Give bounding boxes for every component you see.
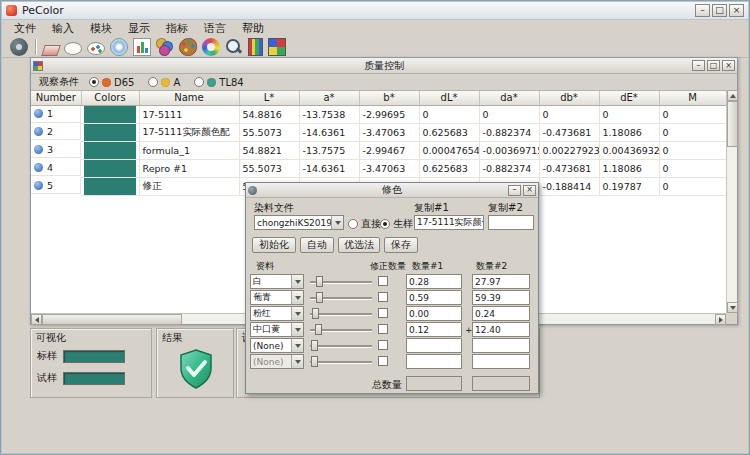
auto-button[interactable]: 自动 xyxy=(300,237,334,253)
radio-d65[interactable] xyxy=(89,77,99,87)
chevron-down-icon[interactable] xyxy=(291,307,303,320)
qty2-field[interactable]: 12.40 xyxy=(472,322,530,337)
radio-direct[interactable] xyxy=(348,219,358,229)
optimize-button[interactable]: 优选法 xyxy=(338,237,380,253)
fix-checkbox[interactable] xyxy=(378,356,388,366)
eraser-icon[interactable] xyxy=(41,45,61,56)
dye-select[interactable]: 中口黄 xyxy=(250,322,304,337)
menu-input[interactable]: 输入 xyxy=(44,20,82,37)
col-a[interactable]: a* xyxy=(299,91,359,105)
radio-sample[interactable] xyxy=(380,219,390,229)
ellipse-dots-icon[interactable] xyxy=(87,42,105,55)
chevron-down-icon[interactable] xyxy=(291,323,303,336)
qty2-field[interactable]: 27.97 xyxy=(472,274,530,289)
illuminant-option-d65[interactable]: D65 xyxy=(89,77,134,88)
copy1-field[interactable]: 17-5111实际颜色 xyxy=(414,215,484,230)
mode-direct-option[interactable]: 直接 xyxy=(348,217,381,231)
col-M[interactable]: M xyxy=(659,91,726,105)
col-colors[interactable]: Colors xyxy=(81,91,139,105)
radio-tl84[interactable] xyxy=(194,77,204,87)
mode-sample-option[interactable]: 生样 xyxy=(380,217,413,231)
col-name[interactable]: Name xyxy=(139,91,239,105)
dye-slider[interactable] xyxy=(310,274,372,289)
dye-select[interactable]: 葡青 xyxy=(250,290,304,305)
menu-language[interactable]: 语言 xyxy=(196,20,234,37)
fix-checkbox[interactable] xyxy=(378,340,388,350)
close-button[interactable]: × xyxy=(729,4,744,17)
radio-a[interactable] xyxy=(148,77,158,87)
hscroll-thumb[interactable] xyxy=(42,314,182,325)
ellipse-icon[interactable] xyxy=(64,42,82,55)
color-grid-icon[interactable] xyxy=(268,38,286,56)
color-bars-icon[interactable] xyxy=(248,38,263,56)
col-number[interactable]: Number xyxy=(31,91,81,105)
slider-thumb[interactable] xyxy=(312,308,319,319)
col-L[interactable]: L* xyxy=(239,91,299,105)
dye-slider[interactable] xyxy=(310,290,372,305)
palette-icon[interactable] xyxy=(179,38,197,56)
qty1-field[interactable] xyxy=(406,354,462,369)
maximize-button[interactable]: □ xyxy=(712,4,727,17)
scroll-left-icon[interactable] xyxy=(31,314,42,325)
dye-slider[interactable] xyxy=(310,306,372,321)
color-wheel-icon[interactable] xyxy=(202,38,220,56)
col-dL[interactable]: dL* xyxy=(419,91,479,105)
qty1-field[interactable]: 0.59 xyxy=(406,290,462,305)
settings-gear-icon[interactable] xyxy=(10,38,28,56)
chevron-down-icon[interactable] xyxy=(291,339,303,352)
menu-help[interactable]: 帮助 xyxy=(234,20,272,37)
vscroll-thumb[interactable] xyxy=(727,101,738,147)
slider-thumb[interactable] xyxy=(311,340,318,351)
col-db[interactable]: db* xyxy=(539,91,599,105)
magnifier-icon[interactable] xyxy=(225,38,243,56)
qty2-field[interactable]: 59.39 xyxy=(472,290,530,305)
dye-slider[interactable] xyxy=(310,338,372,353)
table-row[interactable]: 2 17-5111实际颜色配 55.5073 -14.6361 -3.47063… xyxy=(31,123,726,141)
col-b[interactable]: b* xyxy=(359,91,419,105)
slider-thumb[interactable] xyxy=(315,324,322,335)
menu-display[interactable]: 显示 xyxy=(120,20,158,37)
dye-select[interactable]: (None) xyxy=(250,338,304,353)
qty2-field[interactable]: 0.24 xyxy=(472,306,530,321)
col-dE[interactable]: dE* xyxy=(599,91,659,105)
qc-titlebar[interactable]: 质量控制 – □ × xyxy=(31,58,737,74)
qc-minimize-button[interactable]: – xyxy=(692,60,705,71)
dialog-titlebar[interactable]: 修色 – × xyxy=(246,183,538,198)
slider-thumb[interactable] xyxy=(311,356,318,367)
qty2-field[interactable] xyxy=(472,354,530,369)
chevron-down-icon[interactable] xyxy=(291,291,303,304)
scroll-down-icon[interactable] xyxy=(727,302,738,313)
minimize-button[interactable]: – xyxy=(695,4,710,17)
disc-icon[interactable] xyxy=(110,38,128,56)
fix-checkbox[interactable] xyxy=(378,308,388,318)
table-row[interactable]: 4 Repro #1 55.5073 -14.6361 -3.47063 0.6… xyxy=(31,159,726,177)
slider-thumb[interactable] xyxy=(316,292,323,303)
qty2-field[interactable] xyxy=(472,338,530,353)
chevron-down-icon[interactable] xyxy=(331,216,343,229)
qc-close-button[interactable]: × xyxy=(722,60,735,71)
fix-checkbox[interactable] xyxy=(378,292,388,302)
menu-index[interactable]: 指标 xyxy=(158,20,196,37)
slider-thumb[interactable] xyxy=(316,276,323,287)
dye-slider[interactable] xyxy=(310,322,372,337)
menu-module[interactable]: 模块 xyxy=(82,20,120,37)
copy2-field[interactable] xyxy=(488,215,534,230)
qty1-field[interactable]: 0.12 xyxy=(406,322,462,337)
vertical-scrollbar[interactable] xyxy=(726,90,737,313)
menu-file[interactable]: 文件 xyxy=(6,20,44,37)
chevron-down-icon[interactable] xyxy=(291,275,303,288)
qty1-field[interactable]: 0.00 xyxy=(406,306,462,321)
initialize-button[interactable]: 初始化 xyxy=(252,237,296,253)
illuminant-option-tl84[interactable]: TL84 xyxy=(194,77,243,88)
qty1-field[interactable]: 0.28 xyxy=(406,274,462,289)
dye-slider[interactable] xyxy=(310,354,372,369)
fix-checkbox[interactable] xyxy=(378,276,388,286)
bar-chart-icon[interactable] xyxy=(133,38,151,56)
qty1-field[interactable] xyxy=(406,338,462,353)
scroll-right-icon[interactable] xyxy=(715,314,726,325)
col-da[interactable]: da* xyxy=(479,91,539,105)
table-row[interactable]: 3 formula_1 54.8821 -13.7575 -2.99467 0.… xyxy=(31,141,726,159)
illuminant-option-a[interactable]: A xyxy=(148,77,180,88)
table-row[interactable]: 1 17-5111 54.8816 -13.7538 -2.99695 0 0 … xyxy=(31,105,726,123)
save-button[interactable]: 保存 xyxy=(384,237,418,253)
